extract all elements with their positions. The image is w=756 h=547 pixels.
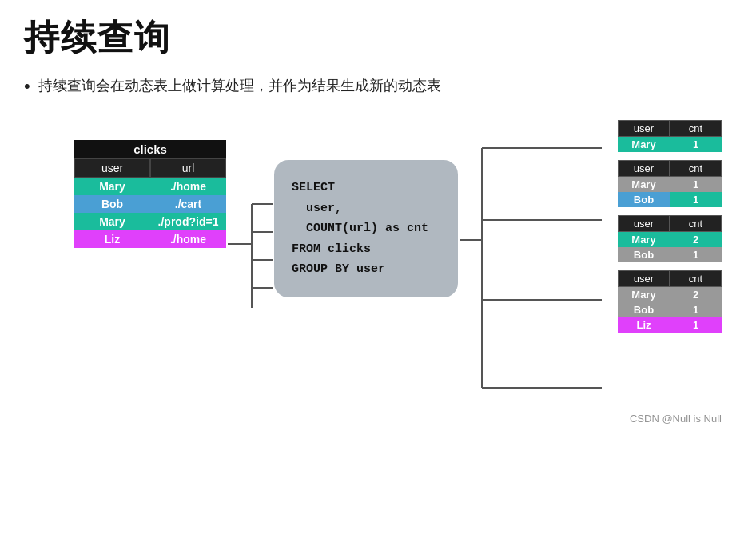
cell-prod: ./prod?id=1 [150,213,226,230]
row-liz-home: Liz ./home [74,230,226,248]
header-url: url [150,158,226,178]
sql-text: SELECT user, COUNT(url) as cntFROM click… [292,181,428,276]
cell-home-2: ./home [150,230,226,248]
oth-user-1: user [618,120,670,137]
row-mary-prod: Mary ./prod?id=1 [74,213,226,230]
out-header-4: user cnt [618,270,722,287]
otd-liz-4: Liz [618,317,670,333]
otd-bob-3: Bob [618,247,670,262]
otd-mary-4: Mary [618,287,670,302]
out-table-3: user cnt Mary 2 Bob 1 [618,215,722,262]
cell-mary-2: Mary [74,213,150,230]
otd-cnt-1-1: 1 [670,137,722,152]
otd-cnt-4-3: 1 [670,317,722,333]
cell-mary-1: Mary [74,178,150,195]
out-row-3-2: Bob 1 [618,247,722,262]
bullet-text: 持续查询会在动态表上做计算处理，并作为结果生成新的动态表 [38,76,441,95]
diagram: clicks user url Mary ./home Bob ./cart M… [26,116,730,428]
otd-mary-3: Mary [618,232,670,247]
otd-cnt-3-2: 1 [670,247,722,262]
page: 持续查询 • 持续查询会在动态表上做计算处理，并作为结果生成新的动态表 clic… [0,0,756,436]
out-row-4-3: Liz 1 [618,317,722,333]
out-header-2: user cnt [618,160,722,177]
otd-cnt-2-2: 1 [670,192,722,207]
row-mary-home: Mary ./home [74,178,226,195]
page-title: 持续查询 [24,14,732,62]
bullet-point: • 持续查询会在动态表上做计算处理，并作为结果生成新的动态表 [24,76,732,97]
row-bob-cart: Bob ./cart [74,195,226,213]
clicks-table: clicks user url Mary ./home Bob ./cart M… [74,140,226,248]
bullet-dot: • [24,76,30,97]
out-header-1: user cnt [618,120,722,137]
out-table-2: user cnt Mary 1 Bob 1 [618,160,722,207]
otd-cnt-2-1: 1 [670,177,722,192]
out-table-4: user cnt Mary 2 Bob 1 Liz 1 [618,270,722,333]
otd-mary-1: Mary [618,137,670,152]
oth-user-3: user [618,215,670,232]
otd-cnt-4-1: 2 [670,287,722,302]
out-row-2-2: Bob 1 [618,192,722,207]
cell-home-1: ./home [150,178,226,195]
watermark: CSDN @Null is Null [630,413,722,425]
oth-cnt-2: cnt [670,160,722,177]
otd-cnt-3-1: 2 [670,232,722,247]
header-user: user [74,158,150,178]
out-row-3-1: Mary 2 [618,232,722,247]
sql-box: SELECT user, COUNT(url) as cntFROM click… [274,160,458,297]
clicks-header: user url [74,158,226,178]
otd-mary-2: Mary [618,177,670,192]
out-row-2-1: Mary 1 [618,177,722,192]
oth-cnt-1: cnt [670,120,722,137]
out-row-1-1: Mary 1 [618,137,722,152]
cell-cart: ./cart [150,195,226,213]
cell-liz: Liz [74,230,150,248]
output-tables: user cnt Mary 1 user cnt Mary 1 [618,120,722,333]
oth-cnt-3: cnt [670,215,722,232]
otd-cnt-4-2: 1 [670,302,722,317]
oth-user-4: user [618,270,670,287]
out-row-4-1: Mary 2 [618,287,722,302]
otd-bob-4: Bob [618,302,670,317]
out-table-1: user cnt Mary 1 [618,120,722,152]
oth-cnt-4: cnt [670,270,722,287]
clicks-title: clicks [74,140,226,158]
cell-bob: Bob [74,195,150,213]
oth-user-2: user [618,160,670,177]
otd-bob-2: Bob [618,192,670,207]
out-row-4-2: Bob 1 [618,302,722,317]
out-header-3: user cnt [618,215,722,232]
